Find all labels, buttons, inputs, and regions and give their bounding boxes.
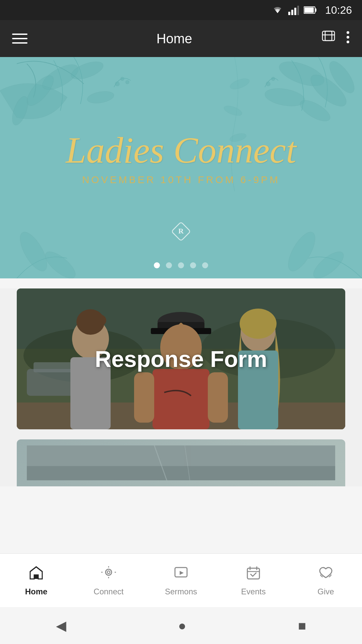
svg-marker-68	[180, 571, 184, 575]
sermons-icon	[173, 565, 189, 584]
svg-point-20	[126, 80, 129, 84]
second-card-partial[interactable]	[17, 439, 345, 486]
banner-subtitle: NOVEMBER 10TH FROM 6-9PM	[66, 174, 296, 185]
more-options-button[interactable]	[346, 30, 350, 48]
second-card-inner	[17, 439, 345, 486]
connect-icon	[101, 565, 117, 584]
nav-item-connect[interactable]: Connect	[72, 565, 145, 596]
carousel-dots	[154, 262, 208, 268]
svg-point-32	[229, 76, 251, 91]
nav-label-connect: Connect	[94, 587, 123, 596]
svg-rect-6	[315, 8, 316, 12]
response-form-title: Response Form	[95, 346, 267, 372]
svg-rect-8	[325, 31, 332, 41]
svg-rect-7	[322, 31, 335, 41]
android-back-button[interactable]: ◀	[56, 618, 66, 633]
svg-rect-2	[294, 8, 296, 15]
nav-label-sermons: Sermons	[165, 587, 197, 596]
hamburger-menu-button[interactable]	[12, 34, 27, 44]
svg-rect-64	[34, 575, 38, 579]
nav-label-give: Give	[317, 587, 334, 596]
svg-point-11	[347, 36, 349, 39]
bottom-navigation: Home Connect Sermons	[0, 553, 362, 607]
carousel-dot-5[interactable]	[202, 262, 208, 268]
svg-point-15	[69, 58, 105, 83]
response-form-card[interactable]: R Response Form	[17, 288, 345, 429]
battery-icon	[304, 6, 317, 14]
svg-rect-0	[288, 12, 290, 15]
nav-item-sermons[interactable]: Sermons	[145, 565, 217, 596]
svg-point-30	[283, 228, 320, 275]
carousel-dot-4[interactable]	[190, 262, 196, 268]
svg-point-21	[277, 57, 327, 91]
events-icon	[245, 565, 261, 584]
android-nav-bar: ◀ ● ■	[0, 607, 362, 644]
wifi-icon	[272, 5, 284, 15]
carousel-dot-3[interactable]	[178, 262, 184, 268]
svg-rect-61	[27, 466, 335, 480]
svg-point-31	[310, 248, 348, 278]
status-time: 10:26	[325, 4, 352, 16]
svg-point-18	[115, 82, 119, 86]
svg-point-16	[9, 95, 31, 127]
svg-point-65	[106, 569, 112, 575]
nav-label-home: Home	[25, 587, 48, 596]
svg-rect-5	[304, 7, 314, 13]
svg-rect-69	[247, 568, 259, 579]
svg-rect-3	[297, 6, 299, 15]
nav-item-home[interactable]: Home	[0, 565, 72, 596]
svg-point-27	[272, 77, 275, 80]
svg-point-66	[107, 571, 110, 574]
svg-point-10	[347, 31, 349, 34]
svg-point-33	[223, 104, 243, 117]
banner-title: Ladies Connect	[66, 130, 296, 171]
android-home-button[interactable]: ●	[178, 618, 186, 633]
app-bar: Home	[0, 20, 362, 57]
banner-carousel[interactable]: Ladies Connect NOVEMBER 10TH FROM 6-9PM …	[0, 57, 362, 278]
svg-text:R: R	[178, 227, 184, 235]
svg-point-26	[266, 82, 270, 86]
status-icons: 10:26	[272, 4, 352, 16]
nav-item-events[interactable]: Events	[217, 565, 290, 596]
svg-point-24	[325, 58, 358, 96]
svg-point-29	[42, 248, 79, 278]
card-title-overlay: Response Form	[17, 288, 345, 429]
banner-logo: R	[171, 221, 191, 241]
nav-label-events: Events	[241, 587, 265, 596]
android-recent-button[interactable]: ■	[298, 618, 306, 633]
svg-point-28	[15, 228, 52, 275]
signal-icon	[288, 5, 299, 15]
app-bar-actions	[321, 30, 350, 48]
page-title: Home	[157, 31, 192, 46]
svg-point-19	[121, 77, 124, 80]
svg-rect-1	[291, 10, 293, 15]
chat-icon-button[interactable]	[321, 30, 336, 48]
svg-point-17	[86, 90, 115, 105]
svg-point-12	[347, 41, 349, 43]
status-bar: 10:26	[0, 0, 362, 20]
carousel-dot-2[interactable]	[166, 262, 172, 268]
svg-point-25	[297, 97, 333, 125]
give-icon	[318, 565, 334, 584]
svg-point-22	[306, 70, 351, 111]
banner-text-content: Ladies Connect NOVEMBER 10TH FROM 6-9PM	[66, 130, 296, 185]
main-content: R Response Form	[0, 288, 362, 486]
svg-point-23	[264, 86, 306, 109]
svg-point-13	[39, 60, 82, 94]
svg-point-14	[23, 72, 58, 110]
home-icon	[28, 565, 44, 584]
nav-item-give[interactable]: Give	[290, 565, 362, 596]
carousel-dot-1[interactable]	[154, 262, 160, 268]
